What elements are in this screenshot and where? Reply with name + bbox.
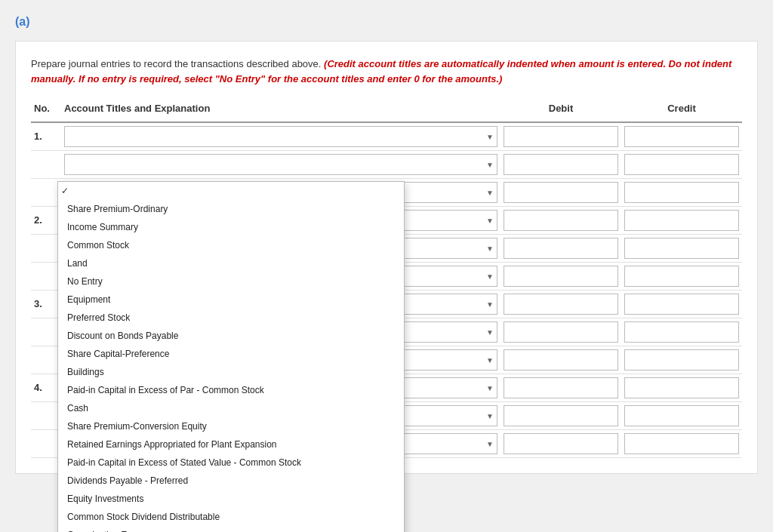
select-arrow-1b: ▼ [486, 161, 494, 169]
row-credit-1a [621, 123, 742, 150]
dropdown-item[interactable]: Income Summary [58, 218, 404, 236]
select-arrow-3a: ▼ [486, 300, 494, 309]
row-number-1b [31, 151, 61, 161]
account-select-wrapper-1a[interactable]: ▼ [64, 126, 497, 147]
row-account-1b: ▼ [61, 151, 500, 178]
instruction-normal: Prepare journal entries to record the tr… [31, 58, 324, 69]
credit-input-2b[interactable] [624, 238, 739, 259]
row-number-4: 4. [31, 374, 61, 396]
dropdown-item[interactable]: Land [58, 254, 404, 272]
dropdown-item[interactable]: Cash [58, 399, 404, 417]
row-debit-1c [500, 179, 621, 206]
row-debit-4b [500, 402, 621, 429]
header-no: No. [31, 98, 61, 118]
row-credit-1c [621, 179, 742, 206]
dropdown-item[interactable]: Common Stock Dividend Distributable [58, 508, 404, 526]
dropdown-item[interactable]: Equipment [58, 291, 404, 309]
row-number-4b [31, 402, 61, 413]
row-debit-1a [500, 123, 621, 150]
dropdown-item[interactable]: No Entry [58, 272, 404, 291]
select-arrow-4a: ▼ [486, 384, 494, 392]
account-select-1b[interactable] [68, 159, 486, 170]
journal-row-1b: ▼ [31, 151, 742, 179]
dropdown-item[interactable]: ✓ [58, 182, 404, 200]
dropdown-item[interactable]: Share Capital-Preference [58, 345, 404, 363]
row-debit-3a [500, 291, 621, 318]
row-credit-2b [621, 235, 742, 262]
debit-input-2b[interactable] [504, 238, 618, 259]
row-credit-1b [621, 151, 742, 178]
account-select-1a[interactable] [68, 131, 486, 142]
row-credit-2a [621, 207, 742, 234]
select-arrow-1c: ▼ [486, 189, 494, 197]
debit-input-1b[interactable] [504, 154, 618, 175]
select-arrow-4c: ▼ [486, 440, 494, 448]
section-label: (a) [15, 15, 758, 29]
dropdown-item[interactable]: Share Premium-Ordinary [58, 200, 404, 218]
select-arrow-2b: ▼ [486, 244, 494, 253]
row-debit-3c [500, 346, 621, 374]
credit-input-3c[interactable] [624, 349, 739, 371]
row-debit-2b [500, 235, 621, 262]
row-debit-4c [500, 430, 621, 457]
inner-container: Prepare journal entries to record the tr… [15, 41, 758, 474]
dropdown-item[interactable]: Paid-in Capital in Excess of Par - Commo… [58, 381, 404, 399]
dropdown-item[interactable]: Share Premium-Conversion Equity [58, 417, 404, 435]
dropdown-item[interactable]: Preferred Stock [58, 309, 404, 327]
credit-input-1a[interactable] [624, 126, 739, 147]
header-debit: Debit [500, 98, 621, 118]
account-select-wrapper-1b[interactable]: ▼ [64, 154, 497, 175]
row-number-1: 1. [31, 123, 61, 145]
checkmark-icon: ✓ [61, 186, 69, 196]
debit-input-2a[interactable] [504, 210, 618, 231]
credit-input-1b[interactable] [624, 154, 739, 175]
row-debit-2a [500, 207, 621, 234]
credit-input-4b[interactable] [624, 405, 739, 426]
dropdown-item[interactable]: Paid-in Capital in Excess of Stated Valu… [58, 454, 404, 472]
select-arrow-2c: ▼ [486, 272, 494, 281]
header-credit: Credit [621, 98, 742, 118]
dropdown-item[interactable]: Dividends Payable - Preferred [58, 472, 404, 490]
debit-input-3c[interactable] [504, 349, 618, 371]
table-header: No. Account Titles and Explanation Debit… [31, 98, 742, 123]
credit-input-3b[interactable] [624, 321, 739, 343]
select-arrow-4b: ▼ [486, 412, 494, 420]
credit-input-4c[interactable] [624, 433, 739, 454]
credit-input-4a[interactable] [624, 377, 739, 398]
dropdown-item[interactable]: Equity Investments [58, 490, 404, 508]
row-credit-3a [621, 291, 742, 318]
select-arrow-2a: ▼ [486, 217, 494, 225]
row-account-1a: ▼ [61, 123, 500, 150]
row-credit-3c [621, 346, 742, 374]
debit-input-3a[interactable] [504, 294, 618, 315]
header-account: Account Titles and Explanation [61, 98, 500, 118]
row-credit-4b [621, 402, 742, 429]
debit-input-1c[interactable] [504, 182, 618, 203]
row-debit-1b [500, 151, 621, 178]
dropdown-item[interactable]: Discount on Bonds Payable [58, 327, 404, 345]
select-arrow-3c: ▼ [486, 356, 494, 364]
debit-input-4b[interactable] [504, 405, 618, 426]
debit-input-4c[interactable] [504, 433, 618, 454]
credit-input-3a[interactable] [624, 294, 739, 315]
row-number-2b [31, 235, 61, 245]
debit-input-2c[interactable] [504, 266, 618, 287]
debit-input-3b[interactable] [504, 321, 618, 343]
dropdown-item[interactable]: Common Stock [58, 236, 404, 254]
debit-input-1a[interactable] [504, 126, 618, 147]
dropdown-item[interactable]: Organization Expense [58, 526, 404, 532]
dropdown-item[interactable]: Buildings [58, 363, 404, 381]
row-credit-4a [621, 374, 742, 401]
row-number-1c [31, 179, 61, 189]
account-dropdown[interactable]: ✓Share Premium-OrdinaryIncome SummaryCom… [57, 181, 405, 532]
dropdown-item[interactable]: Retained Earnings Appropriated for Plant… [58, 435, 404, 454]
row-number-3c [31, 346, 61, 357]
outer-container: (a) Prepare journal entries to record th… [0, 0, 773, 532]
instruction-text: Prepare journal entries to record the tr… [31, 57, 742, 86]
credit-input-1c[interactable] [624, 182, 739, 203]
credit-input-2a[interactable] [624, 210, 739, 231]
debit-input-4a[interactable] [504, 377, 618, 398]
journal-row-1a: 1. ▼ [31, 123, 742, 151]
select-arrow-3b: ▼ [486, 328, 494, 337]
credit-input-2c[interactable] [624, 266, 739, 287]
